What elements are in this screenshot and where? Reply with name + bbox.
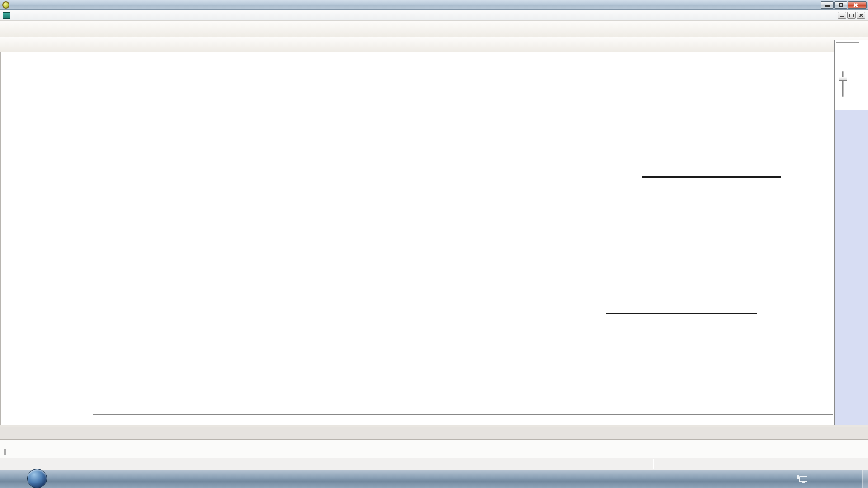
slider-thumb[interactable] [839, 77, 847, 81]
minimize-button[interactable] [821, 1, 834, 9]
tab-row-divider [93, 414, 833, 415]
title-bar [0, 0, 868, 10]
panel-grip-handle[interactable] [836, 42, 859, 44]
mdi-close-button[interactable] [857, 12, 865, 19]
restore-button[interactable] [834, 1, 847, 9]
phase-margin-annotation[interactable] [606, 313, 757, 314]
windows-taskbar [0, 470, 868, 488]
app-icon [2, 1, 9, 9]
application-window [0, 0, 868, 488]
gain-margin-annotation[interactable] [642, 176, 781, 178]
mdi-minimize-button[interactable] [838, 12, 846, 19]
slider-track[interactable] [842, 71, 844, 97]
toolbar-analysis [0, 37, 868, 52]
document-tab-row [0, 427, 868, 440]
document-icon[interactable] [3, 12, 10, 19]
close-button[interactable] [848, 1, 867, 9]
network-icon[interactable] [799, 476, 807, 482]
status-bar [0, 458, 868, 470]
status-divider [653, 459, 654, 469]
docked-panel-strip [0, 440, 868, 458]
mdi-restore-button[interactable] [847, 12, 856, 19]
slider-panel [834, 40, 868, 425]
status-divider [261, 459, 261, 469]
system-tray [787, 470, 862, 488]
toolbar-main [0, 21, 868, 37]
panel-empty-area [835, 110, 868, 425]
show-desktop-button[interactable] [862, 470, 868, 488]
plot-canvas[interactable] [27, 63, 822, 398]
menu-bar [0, 10, 868, 21]
windows-logo-icon [33, 475, 42, 483]
mdi-window-controls [838, 12, 865, 19]
strip-grip-handle[interactable] [4, 449, 6, 455]
start-button[interactable] [27, 469, 47, 488]
